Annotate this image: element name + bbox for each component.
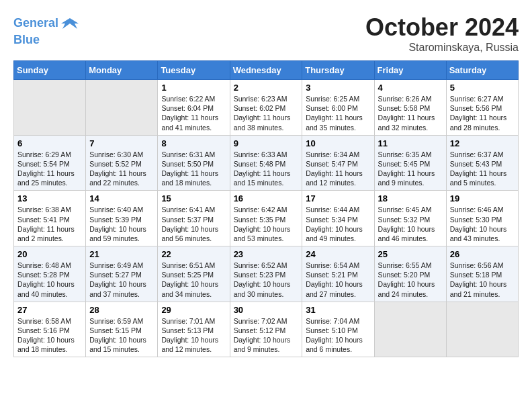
calendar-cell: 29Sunrise: 7:01 AMSunset: 5:13 PMDayligh…: [158, 302, 230, 357]
cell-content: Sunrise: 6:38 AMSunset: 5:41 PMDaylight:…: [17, 205, 82, 243]
day-number: 1: [161, 83, 226, 93]
cell-content: Sunrise: 6:31 AMSunset: 5:50 PMDaylight:…: [161, 150, 226, 188]
calendar-cell: 23Sunrise: 6:52 AMSunset: 5:23 PMDayligh…: [230, 246, 302, 302]
day-number: 11: [378, 138, 443, 148]
cell-content: Sunrise: 6:30 AMSunset: 5:52 PMDaylight:…: [89, 150, 154, 188]
cell-content: Sunrise: 6:48 AMSunset: 5:28 PMDaylight:…: [17, 261, 82, 299]
cell-content: Sunrise: 6:52 AMSunset: 5:23 PMDaylight:…: [234, 261, 299, 299]
weekday-header-sunday: Sunday: [14, 61, 86, 80]
cell-content: Sunrise: 6:37 AMSunset: 5:43 PMDaylight:…: [450, 150, 515, 188]
logo: General Blue: [13, 13, 80, 47]
calendar-cell: 19Sunrise: 6:46 AMSunset: 5:30 PMDayligh…: [446, 191, 518, 246]
day-number: 21: [89, 249, 154, 259]
cell-content: Sunrise: 6:29 AMSunset: 5:54 PMDaylight:…: [17, 150, 82, 188]
cell-content: Sunrise: 6:26 AMSunset: 5:58 PMDaylight:…: [378, 94, 443, 132]
calendar-cell: 4Sunrise: 6:26 AMSunset: 5:58 PMDaylight…: [374, 80, 446, 136]
cell-content: Sunrise: 6:51 AMSunset: 5:25 PMDaylight:…: [161, 261, 226, 299]
day-number: 7: [89, 138, 154, 148]
calendar-cell: 13Sunrise: 6:38 AMSunset: 5:41 PMDayligh…: [14, 191, 86, 246]
calendar-cell: 25Sunrise: 6:55 AMSunset: 5:20 PMDayligh…: [374, 246, 446, 302]
calendar-cell: 11Sunrise: 6:35 AMSunset: 5:45 PMDayligh…: [374, 135, 446, 191]
day-number: 15: [161, 193, 226, 203]
calendar-cell: 9Sunrise: 6:33 AMSunset: 5:48 PMDaylight…: [230, 135, 302, 191]
cell-content: Sunrise: 7:04 AMSunset: 5:10 PMDaylight:…: [306, 316, 370, 355]
day-number: 22: [161, 249, 226, 259]
day-number: 20: [17, 249, 82, 259]
cell-content: Sunrise: 6:34 AMSunset: 5:47 PMDaylight:…: [306, 150, 370, 188]
location: Starominskaya, Russia: [365, 42, 519, 54]
day-number: 28: [89, 305, 154, 315]
weekday-header-tuesday: Tuesday: [158, 61, 230, 80]
cell-content: Sunrise: 6:22 AMSunset: 6:04 PMDaylight:…: [161, 94, 226, 132]
cell-content: Sunrise: 6:27 AMSunset: 5:56 PMDaylight:…: [450, 94, 515, 132]
calendar-cell: 1Sunrise: 6:22 AMSunset: 6:04 PMDaylight…: [158, 80, 230, 136]
month-title: October 2024: [365, 13, 519, 42]
weekday-header-wednesday: Wednesday: [230, 61, 302, 80]
cell-content: Sunrise: 6:56 AMSunset: 5:18 PMDaylight:…: [450, 261, 515, 299]
day-number: 9: [234, 138, 299, 148]
calendar-cell: 17Sunrise: 6:44 AMSunset: 5:34 PMDayligh…: [302, 191, 374, 246]
calendar-cell: 8Sunrise: 6:31 AMSunset: 5:50 PMDaylight…: [158, 135, 230, 191]
cell-content: Sunrise: 6:25 AMSunset: 6:00 PMDaylight:…: [306, 94, 370, 132]
cell-content: Sunrise: 7:01 AMSunset: 5:13 PMDaylight:…: [161, 316, 226, 355]
day-number: 5: [450, 83, 515, 93]
calendar-cell: 20Sunrise: 6:48 AMSunset: 5:28 PMDayligh…: [14, 246, 86, 302]
cell-content: Sunrise: 6:59 AMSunset: 5:15 PMDaylight:…: [89, 316, 154, 355]
calendar-cell: 15Sunrise: 6:41 AMSunset: 5:37 PMDayligh…: [158, 191, 230, 246]
calendar-cell: 3Sunrise: 6:25 AMSunset: 6:00 PMDaylight…: [302, 80, 374, 136]
calendar-cell: 30Sunrise: 7:02 AMSunset: 5:12 PMDayligh…: [230, 302, 302, 357]
day-number: 10: [306, 138, 370, 148]
day-number: 18: [378, 193, 443, 203]
calendar-cell: 31Sunrise: 7:04 AMSunset: 5:10 PMDayligh…: [302, 302, 374, 357]
day-number: 12: [450, 138, 515, 148]
title-area: October 2024 Starominskaya, Russia: [365, 13, 519, 54]
day-number: 19: [450, 193, 515, 203]
day-number: 31: [306, 305, 370, 315]
cell-content: Sunrise: 6:40 AMSunset: 5:39 PMDaylight:…: [89, 205, 154, 243]
calendar-cell: [446, 302, 518, 357]
calendar-cell: [86, 80, 158, 136]
day-number: 27: [17, 305, 82, 315]
logo-bird-icon: [60, 13, 80, 34]
svg-marker-0: [61, 18, 79, 29]
day-number: 17: [306, 193, 370, 203]
day-number: 6: [17, 138, 82, 148]
calendar-cell: 12Sunrise: 6:37 AMSunset: 5:43 PMDayligh…: [446, 135, 518, 191]
page-header: General Blue October 2024 Starominskaya,…: [13, 13, 519, 54]
calendar-table: SundayMondayTuesdayWednesdayThursdayFrid…: [13, 60, 519, 357]
cell-content: Sunrise: 6:54 AMSunset: 5:21 PMDaylight:…: [306, 261, 370, 299]
day-number: 16: [234, 193, 299, 203]
calendar-cell: 7Sunrise: 6:30 AMSunset: 5:52 PMDaylight…: [86, 135, 158, 191]
calendar-cell: 10Sunrise: 6:34 AMSunset: 5:47 PMDayligh…: [302, 135, 374, 191]
day-number: 4: [378, 83, 443, 93]
calendar-cell: 26Sunrise: 6:56 AMSunset: 5:18 PMDayligh…: [446, 246, 518, 302]
cell-content: Sunrise: 6:58 AMSunset: 5:16 PMDaylight:…: [17, 316, 82, 355]
day-number: 23: [234, 249, 299, 259]
calendar-cell: 22Sunrise: 6:51 AMSunset: 5:25 PMDayligh…: [158, 246, 230, 302]
day-number: 26: [450, 249, 515, 259]
cell-content: Sunrise: 6:35 AMSunset: 5:45 PMDaylight:…: [378, 150, 443, 188]
cell-content: Sunrise: 6:46 AMSunset: 5:30 PMDaylight:…: [450, 205, 515, 243]
cell-content: Sunrise: 6:45 AMSunset: 5:32 PMDaylight:…: [378, 205, 443, 243]
cell-content: Sunrise: 7:02 AMSunset: 5:12 PMDaylight:…: [234, 316, 299, 355]
calendar-cell: [374, 302, 446, 357]
weekday-header-thursday: Thursday: [302, 61, 374, 80]
calendar-cell: 28Sunrise: 6:59 AMSunset: 5:15 PMDayligh…: [86, 302, 158, 357]
weekday-header-monday: Monday: [86, 61, 158, 80]
cell-content: Sunrise: 6:49 AMSunset: 5:27 PMDaylight:…: [89, 261, 154, 299]
cell-content: Sunrise: 6:42 AMSunset: 5:35 PMDaylight:…: [234, 205, 299, 243]
day-number: 29: [161, 305, 226, 315]
day-number: 25: [378, 249, 443, 259]
calendar-cell: 6Sunrise: 6:29 AMSunset: 5:54 PMDaylight…: [14, 135, 86, 191]
day-number: 24: [306, 249, 370, 259]
day-number: 2: [234, 83, 299, 93]
calendar-cell: 2Sunrise: 6:23 AMSunset: 6:02 PMDaylight…: [230, 80, 302, 136]
day-number: 8: [161, 138, 226, 148]
day-number: 13: [17, 193, 82, 203]
weekday-header-friday: Friday: [374, 61, 446, 80]
day-number: 3: [306, 83, 370, 93]
calendar-cell: 16Sunrise: 6:42 AMSunset: 5:35 PMDayligh…: [230, 191, 302, 246]
calendar-cell: 21Sunrise: 6:49 AMSunset: 5:27 PMDayligh…: [86, 246, 158, 302]
cell-content: Sunrise: 6:33 AMSunset: 5:48 PMDaylight:…: [234, 150, 299, 188]
day-number: 30: [234, 305, 299, 315]
